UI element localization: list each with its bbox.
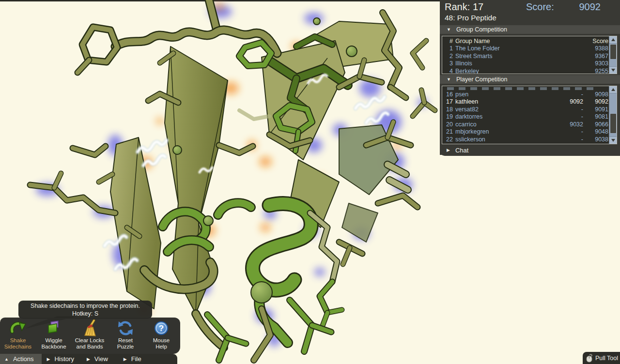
rank-label: Rank: — [445, 1, 470, 13]
col-name: Group Name — [455, 38, 587, 45]
wiggle-icon — [45, 319, 63, 337]
scroll-thumb[interactable] — [610, 44, 617, 60]
button-label: and Bands — [75, 344, 105, 350]
col-score: Score — [587, 38, 608, 45]
row-score: 9081 — [587, 113, 608, 120]
row-name: sslickerson — [455, 136, 549, 143]
menu-actions[interactable]: Actions — [0, 354, 42, 364]
menu-file[interactable]: File — [124, 354, 141, 364]
menu-label: File — [131, 355, 141, 363]
player-row[interactable]: 21 mbjorkegren - 9048 — [444, 128, 608, 136]
wiggle-backbone-button[interactable]: Wiggle Backbone — [36, 318, 72, 356]
row-current-score: 9032 — [549, 121, 583, 128]
col-rank: # — [444, 38, 453, 45]
row-rank: 3 — [444, 60, 453, 67]
mouse-help-button[interactable]: ? Mouse Help — [143, 318, 179, 356]
row-current-score: - — [549, 106, 583, 113]
button-label: Puzzle — [117, 344, 134, 350]
menu-view[interactable]: View — [87, 354, 108, 364]
row-rank: 4 — [444, 68, 453, 74]
player-competition-header[interactable]: Player Competition — [440, 75, 620, 84]
group-competition-title: Group Competition — [456, 26, 507, 33]
group-competition-header[interactable]: Group Competition — [440, 25, 620, 34]
player-row[interactable]: 19 darktorres - 9081 — [444, 113, 608, 121]
row-name: Street Smarts — [455, 53, 587, 60]
menu-closed-triangle-icon — [124, 357, 127, 362]
player-row[interactable]: 22 sslickerson - 9038 — [444, 136, 608, 143]
row-current-score: - — [549, 128, 583, 135]
row-name: The Lone Folder — [455, 45, 587, 52]
row-score: 9092 — [587, 98, 608, 105]
row-rank: 2 — [444, 53, 453, 60]
player-scrollbar[interactable] — [609, 86, 617, 144]
group-scrollbar[interactable] — [609, 36, 617, 74]
player-row[interactable]: 16 psen - 9098 — [444, 91, 608, 98]
row-current-score: - — [549, 136, 583, 143]
row-rank: 19 — [444, 113, 453, 120]
row-rank: 16 — [444, 91, 453, 98]
button-label: Sidechains — [4, 344, 31, 350]
row-rank: 22 — [444, 136, 453, 143]
button-label: Wiggle — [41, 337, 66, 344]
row-rank: 20 — [444, 121, 453, 128]
row-name: Illinois — [455, 60, 587, 67]
player-row-self[interactable]: 17 kathleen 9092 9092 — [444, 98, 608, 106]
group-row[interactable]: 1 The Lone Folder 9388 — [444, 45, 608, 53]
row-score: 9303 — [587, 60, 608, 67]
foldit-window: Rank: 17 Score: 9092 48: Pro Peptide Gro… — [0, 0, 620, 364]
menu-closed-triangle-icon — [87, 357, 90, 362]
collapse-triangle-icon — [447, 77, 451, 82]
row-rank: 18 — [444, 106, 453, 113]
menu-label: Actions — [13, 355, 34, 363]
menu-closed-triangle-icon — [47, 357, 50, 362]
row-name: mbjorkegren — [455, 128, 549, 135]
score-label: Score: — [526, 1, 554, 13]
actions-panel: Shake Sidechains Wiggle Backbone — [0, 318, 180, 354]
menu-label: History — [54, 355, 74, 363]
clipped-player-row — [447, 87, 594, 90]
group-row[interactable]: 4 Berkeley 9255 — [444, 67, 608, 74]
expand-triangle-icon — [447, 148, 450, 152]
player-competition-list: 16 psen - 9098 17 kathleen 9092 9092 18 … — [442, 86, 617, 144]
menu-history[interactable]: History — [47, 354, 74, 364]
clear-locks-and-bands-button[interactable]: Clear Locks and Bands — [72, 318, 108, 356]
scroll-thumb[interactable] — [610, 113, 617, 134]
scroll-down-button[interactable] — [609, 136, 617, 144]
row-score: 9367 — [587, 53, 608, 60]
group-row[interactable]: 3 Illinois 9303 — [444, 60, 608, 68]
chat-title: Chat — [455, 147, 468, 154]
player-row[interactable]: 18 versat82 - 9091 — [444, 106, 608, 113]
score-panel: Rank: 17 Score: 9092 48: Pro Peptide Gro… — [440, 0, 620, 156]
chat-header[interactable]: Chat — [440, 145, 620, 155]
score-value: 9092 — [579, 1, 601, 13]
row-score: 9091 — [587, 106, 608, 113]
broom-icon — [80, 319, 99, 337]
shake-icon — [9, 319, 27, 337]
scroll-up-button[interactable] — [609, 86, 617, 93]
row-score: 9388 — [587, 45, 608, 52]
group-row[interactable]: 2 Street Smarts 9367 — [444, 52, 608, 60]
button-label: Clear Locks — [75, 337, 105, 344]
row-current-score: - — [549, 113, 583, 120]
row-score: 9048 — [587, 128, 608, 135]
pull-tool-button[interactable]: Pull Tool — [583, 352, 620, 364]
scroll-down-button[interactable] — [609, 66, 617, 74]
mouse-icon — [586, 354, 593, 363]
row-score: 9098 — [587, 91, 608, 98]
row-current-score: - — [549, 91, 583, 98]
reset-puzzle-button[interactable]: Reset Puzzle — [108, 318, 143, 356]
row-score: 9066 — [587, 121, 608, 128]
scroll-up-button[interactable] — [609, 36, 617, 44]
row-name: ccarrico — [455, 121, 549, 128]
button-label: Backbone — [41, 344, 66, 350]
player-row[interactable]: 20 ccarrico 9032 9066 — [444, 121, 608, 128]
row-name: kathleen — [455, 98, 549, 105]
row-rank: 17 — [444, 98, 453, 105]
row-score: 9255 — [587, 68, 608, 74]
shake-sidechains-button[interactable]: Shake Sidechains — [0, 318, 36, 356]
menu-open-triangle-icon — [4, 357, 9, 362]
collapse-triangle-icon — [447, 27, 451, 32]
svg-text:?: ? — [159, 324, 164, 333]
row-current-score: 9092 — [549, 98, 583, 105]
group-list-header: # Group Name Score — [444, 37, 608, 45]
